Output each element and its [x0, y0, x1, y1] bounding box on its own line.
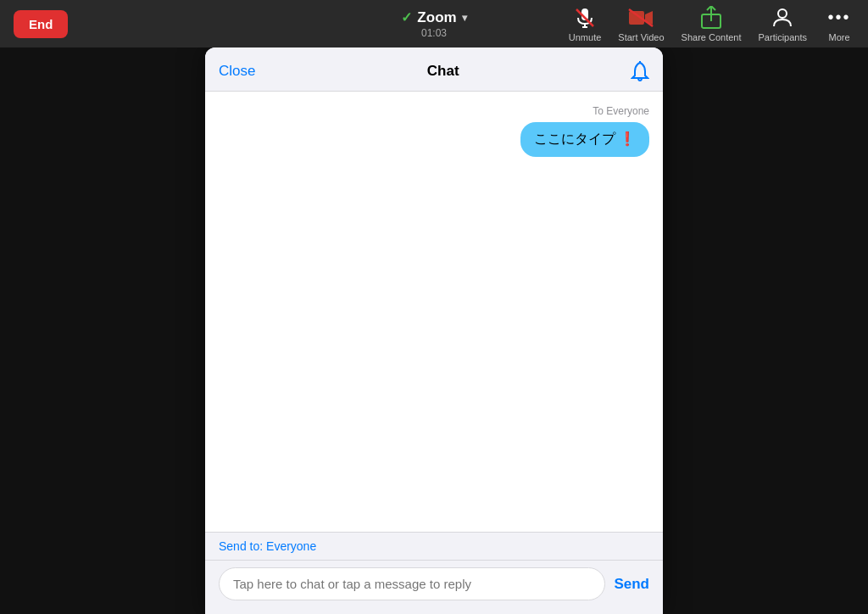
- toolbar: End ✓ Zoom ▾ 01:03 Unmute: [0, 0, 868, 47]
- chat-panel: Close Chat To Everyone ここにタイプ ❗ Send to:…: [205, 47, 663, 614]
- participants-button[interactable]: Participants: [759, 6, 807, 42]
- send-button[interactable]: Send: [614, 576, 649, 593]
- unmute-button[interactable]: Unmute: [569, 6, 602, 42]
- unmute-label: Unmute: [569, 32, 602, 42]
- share-content-label: Share Content: [682, 32, 742, 42]
- mic-icon: [574, 7, 596, 29]
- start-video-button[interactable]: Start Video: [618, 6, 664, 42]
- meeting-title-row: ✓ Zoom ▾: [401, 9, 466, 26]
- more-label: More: [828, 32, 849, 42]
- toolbar-right: Unmute Start Video: [569, 6, 854, 42]
- chat-input[interactable]: [219, 567, 605, 600]
- close-button[interactable]: Close: [219, 63, 255, 80]
- end-button[interactable]: End: [14, 10, 68, 38]
- send-to-static: Send to:: [219, 539, 263, 553]
- chat-header: Close Chat: [205, 47, 663, 92]
- share-content-button[interactable]: Share Content: [682, 6, 742, 42]
- send-to-recipient[interactable]: Everyone: [266, 539, 316, 553]
- toolbar-center: ✓ Zoom ▾ 01:03: [401, 9, 466, 39]
- start-video-label: Start Video: [618, 32, 664, 42]
- chat-messages[interactable]: To Everyone ここにタイプ ❗: [205, 92, 663, 532]
- meeting-name: Zoom: [417, 9, 456, 26]
- share-icon: [700, 6, 722, 30]
- chat-input-area: Send: [205, 560, 663, 614]
- to-everyone-label: To Everyone: [219, 105, 649, 117]
- send-to-bar: Send to: Everyone: [205, 532, 663, 560]
- bell-icon: [631, 61, 649, 81]
- toolbar-left: End: [14, 10, 68, 38]
- participants-label: Participants: [759, 32, 807, 42]
- more-dots-icon: •••: [827, 8, 850, 27]
- meeting-timer: 01:03: [421, 27, 447, 39]
- shield-icon: ✓: [401, 9, 412, 25]
- unmute-icon-wrap: [570, 6, 600, 30]
- more-icon-wrap: •••: [824, 6, 854, 30]
- more-button[interactable]: ••• More: [824, 6, 854, 42]
- share-content-icon-wrap: [696, 6, 726, 30]
- start-video-icon-wrap: [626, 6, 656, 30]
- notification-bell-button[interactable]: [631, 61, 649, 81]
- svg-point-8: [778, 9, 787, 18]
- participants-icon: [771, 8, 794, 28]
- video-icon: [628, 8, 654, 27]
- chat-title: Chat: [427, 63, 459, 80]
- dropdown-arrow-icon[interactable]: ▾: [462, 12, 467, 24]
- participants-icon-wrap: [767, 6, 798, 30]
- message-bubble: ここにタイプ ❗: [520, 122, 649, 157]
